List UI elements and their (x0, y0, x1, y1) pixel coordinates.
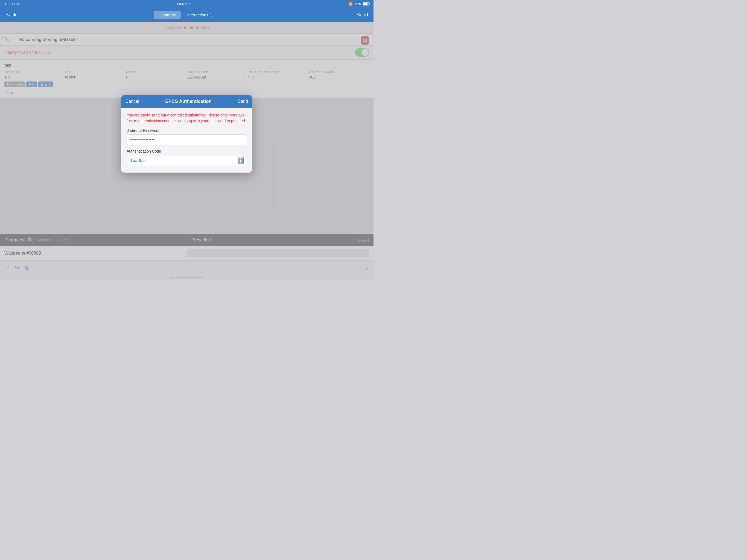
status-right: 📶 76% (349, 2, 369, 6)
nav-bar: Back Summary Interactions (... Send (0, 8, 374, 22)
modal-send-button[interactable]: Send (238, 99, 248, 104)
battery-text: 76% (354, 2, 361, 6)
password-input[interactable] (127, 134, 247, 145)
status-date: Fri Nov 6 (177, 2, 191, 6)
tab-summary[interactable]: Summary (154, 11, 181, 19)
wifi-icon: 📶 (349, 2, 353, 6)
status-bar: 12:21 PM Fri Nov 6 📶 76% (0, 0, 374, 8)
modal-title: EPCS Authentication (165, 99, 212, 104)
auth-code-label: Authentication Code (127, 149, 247, 153)
battery-bar (363, 2, 369, 5)
auth-code-input[interactable] (127, 155, 247, 166)
status-time: 12:21 PM (4, 2, 20, 6)
modal-body: You are about send out a controlled subs… (121, 108, 252, 173)
info-icon[interactable]: ℹ️ (237, 157, 244, 164)
modal-cancel-button[interactable]: Cancel (126, 99, 139, 104)
tab-interactions[interactable]: Interactions (... (182, 11, 219, 19)
auth-code-row: ℹ️ (127, 155, 247, 166)
back-button[interactable]: Back (5, 12, 17, 18)
epcs-auth-modal: Cancel EPCS Authentication Send You are … (121, 95, 252, 173)
battery-fill (363, 3, 367, 5)
modal-warning: You are about send out a controlled subs… (127, 112, 247, 124)
modal-header: Cancel EPCS Authentication Send (121, 95, 252, 108)
nav-tabs: Summary Interactions (... (154, 11, 219, 19)
password-label: drchrono Password (127, 128, 247, 133)
send-button[interactable]: Send (357, 12, 368, 18)
